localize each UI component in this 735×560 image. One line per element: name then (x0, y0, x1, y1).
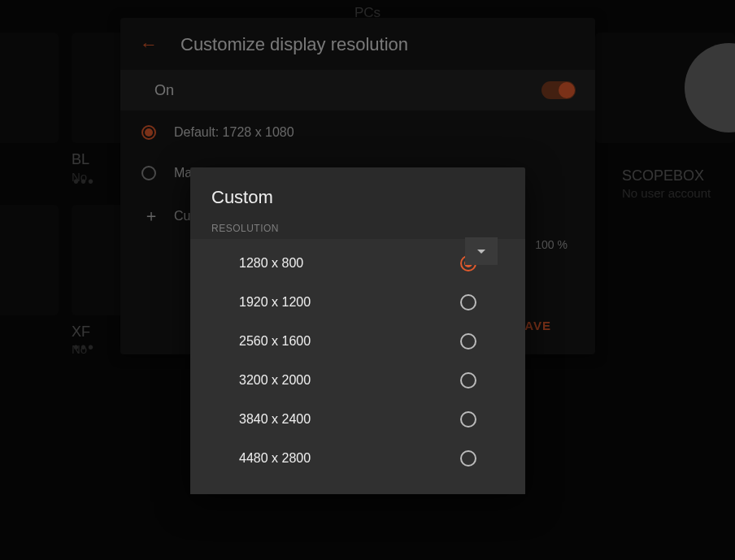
resolution-option-label: 3200 x 2000 (239, 373, 311, 388)
radio-icon (460, 450, 476, 467)
radio-icon (460, 372, 476, 389)
resolution-option-label: 2560 x 1600 (239, 334, 311, 349)
radio-icon (460, 411, 476, 428)
dialog-section-label: RESOLUTION (190, 218, 525, 236)
resolution-option-label: 1920 x 1200 (239, 295, 311, 310)
resolution-option[interactable]: 1920 x 1200 (218, 283, 498, 322)
custom-resolution-dialog: Custom RESOLUTION 1280 x 8001920 x 12002… (190, 167, 525, 494)
resolution-option-label: 3840 x 2400 (239, 412, 311, 427)
resolution-option[interactable]: 1280 x 800 (218, 244, 498, 283)
dialog-title: Custom (190, 167, 525, 218)
resolution-option[interactable]: 3840 x 2400 (218, 400, 498, 439)
resolution-option[interactable]: 2560 x 1600 (218, 322, 498, 361)
resolution-option[interactable]: 3200 x 2000 (218, 361, 498, 400)
resolution-option[interactable]: 4480 x 2800 (218, 439, 498, 478)
radio-icon (460, 333, 476, 349)
resolution-list: 1280 x 8001920 x 12002560 x 16003200 x 2… (190, 239, 525, 494)
resolution-option-label: 4480 x 2800 (239, 451, 311, 466)
resolution-dropdown-button[interactable] (465, 237, 498, 265)
radio-icon (460, 294, 476, 310)
resolution-option-label: 1280 x 800 (239, 256, 303, 271)
